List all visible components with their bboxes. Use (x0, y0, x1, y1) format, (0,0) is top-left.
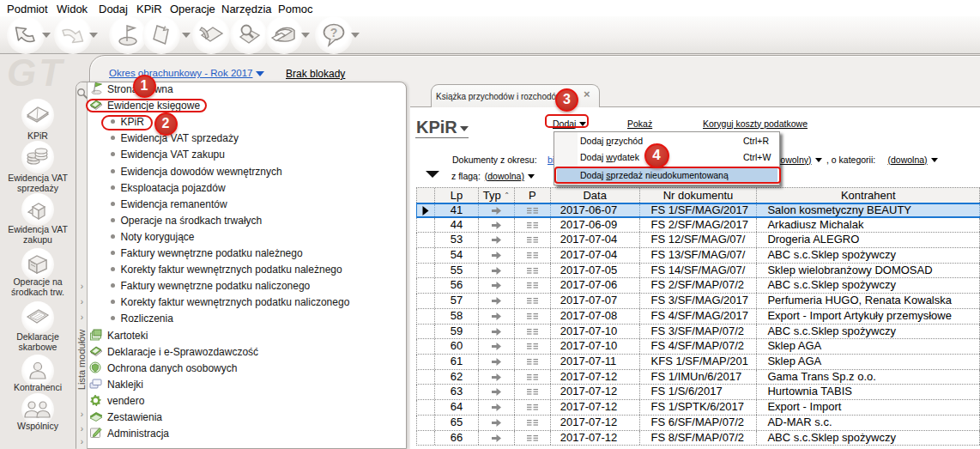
svg-text:?: ? (330, 26, 338, 39)
